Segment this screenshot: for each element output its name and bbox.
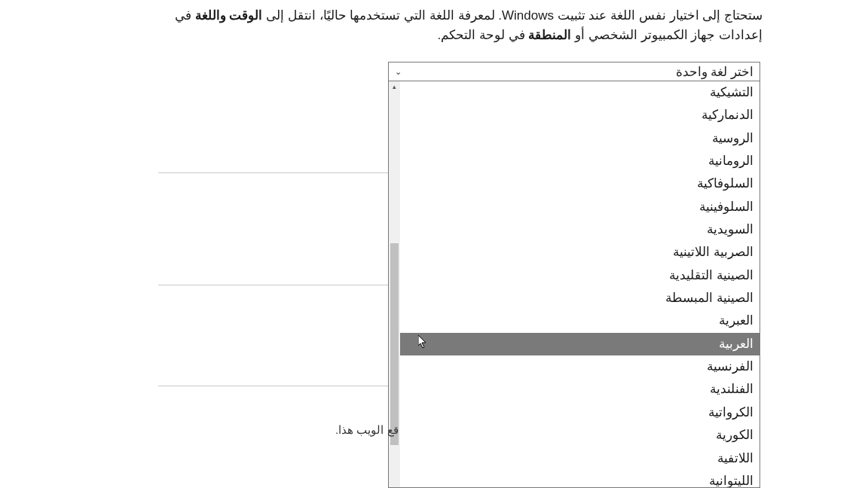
dropdown-option[interactable]: الصينية المبسطة <box>400 287 760 310</box>
dropdown-option[interactable]: الفنلندية <box>400 378 760 401</box>
dropdown-option[interactable]: السلوفينية <box>400 196 760 218</box>
instruction-part3: في لوحة التحكم. <box>437 28 528 42</box>
dropdown-listbox[interactable]: ▴ التشيكيةالدنماركيةالروسيةالرومانيةالسل… <box>388 81 760 488</box>
dropdown-selected-box[interactable]: اختر لغة واحدة ⌄ <box>388 62 760 81</box>
dropdown-option[interactable]: الصينية التقليدية <box>400 264 760 287</box>
dropdown-option[interactable]: الليتوانية <box>400 470 760 488</box>
dropdown-option[interactable]: الفرنسية <box>400 355 760 378</box>
instruction-part1: ستحتاج إلى اختيار نفس اللغة عند تثبيت Wi… <box>262 8 763 23</box>
instruction-bold-time-language: الوقت واللغة <box>195 8 263 23</box>
dropdown-placeholder: اختر لغة واحدة <box>402 64 755 80</box>
dropdown-option[interactable]: الرومانية <box>400 150 760 172</box>
cursor-icon <box>418 335 427 349</box>
dropdown-option[interactable]: السويدية <box>400 218 760 241</box>
dropdown-option[interactable]: الروسية <box>400 127 760 150</box>
dropdown-option[interactable]: الكورية <box>400 424 760 447</box>
dropdown-option[interactable]: العبرية <box>400 310 760 332</box>
dropdown-option[interactable]: الكرواتية <box>400 401 760 424</box>
dropdown-option[interactable]: العربية <box>400 333 760 355</box>
scroll-up-icon[interactable]: ▴ <box>389 81 400 92</box>
divider-line <box>158 285 388 285</box>
footer-text-fragment: قع الويب هذا. <box>335 423 399 437</box>
dropdown-option[interactable]: الدنماركية <box>400 104 760 127</box>
dropdown-option[interactable]: الصربية اللاتينية <box>400 241 760 264</box>
instruction-paragraph: ستحتاج إلى اختيار نفس اللغة عند تثبيت Wi… <box>158 6 763 44</box>
divider-line <box>158 386 388 386</box>
chevron-down-icon: ⌄ <box>393 67 402 77</box>
language-dropdown[interactable]: اختر لغة واحدة ⌄ ▴ التشيكيةالدنماركيةالر… <box>388 62 760 81</box>
scrollbar-thumb[interactable] <box>390 243 399 445</box>
dropdown-option[interactable]: السلوفاكية <box>400 172 760 195</box>
dropdown-option[interactable]: اللاتفية <box>400 447 760 470</box>
dropdown-options-container: التشيكيةالدنماركيةالروسيةالرومانيةالسلوف… <box>400 81 760 488</box>
instruction-bold-region: المنطقة <box>528 28 571 42</box>
dropdown-option[interactable]: التشيكية <box>400 81 760 104</box>
divider-line <box>158 172 388 173</box>
